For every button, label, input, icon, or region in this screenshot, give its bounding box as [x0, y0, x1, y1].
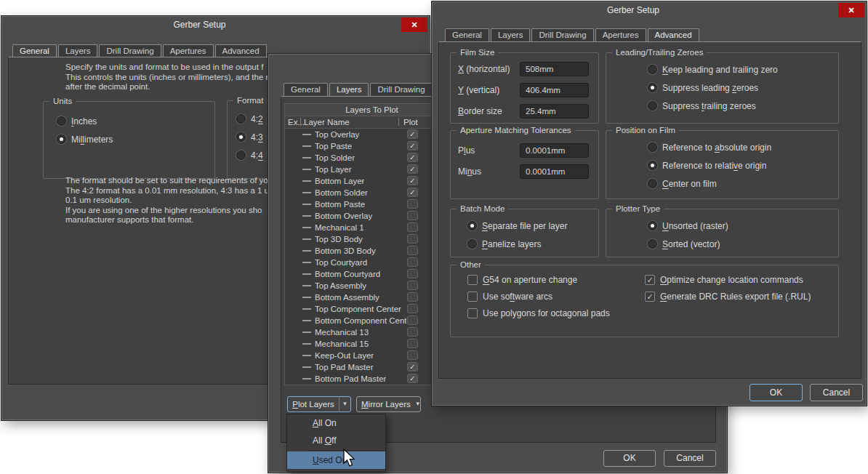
plot-checkbox[interactable] [407, 292, 418, 302]
radio-reference-to-relative-origin[interactable]: Reference to relative origin [648, 156, 838, 174]
ok-button[interactable]: OK [603, 450, 656, 467]
group-label: Aperture Matching Tolerances [457, 126, 575, 135]
checkbox-use-polygons-for-octagonal-pads[interactable]: Use polygons for octagonal pads [467, 305, 610, 321]
plot-checkbox[interactable]: ✓ [407, 374, 418, 383]
plot-checkbox[interactable] [407, 281, 418, 290]
plot-checkbox[interactable]: ✓ [407, 129, 418, 139]
cancel-button[interactable]: Cancel [810, 384, 863, 401]
radio-button-icon[interactable] [648, 101, 657, 111]
tab-general[interactable]: General [284, 83, 328, 96]
plot-checkbox[interactable]: ✓ [407, 188, 418, 197]
menu-item-all-on[interactable]: All On [287, 414, 385, 432]
tab-content-panel: Film Size X (horizontal)Y (vertical)Bord… [438, 41, 861, 379]
plot-checkbox[interactable] [407, 211, 418, 220]
radio-reference-to-absolute-origin[interactable]: Reference to absolute origin [648, 138, 838, 156]
tab-layers[interactable]: Layers [329, 83, 369, 97]
tab-layers[interactable]: Layers [491, 28, 531, 41]
plus-input[interactable] [520, 143, 589, 158]
ok-button[interactable]: OK [750, 384, 803, 401]
cancel-button[interactable]: Cancel [664, 450, 716, 467]
window-titlebar[interactable]: Gerber Setup ✕ [2, 17, 429, 33]
plot-checkbox[interactable] [407, 246, 418, 255]
tab-advanced[interactable]: Advanced [215, 44, 267, 57]
radio-millimeters[interactable]: Millimeters [57, 130, 214, 148]
checkbox-icon[interactable] [467, 275, 478, 285]
column-separator [300, 118, 301, 126]
border-size-input[interactable] [520, 104, 589, 118]
y-vertical-input[interactable] [520, 83, 589, 97]
plot-checkbox[interactable] [407, 199, 418, 209]
tab-drill-drawing[interactable]: Drill Drawing [531, 28, 593, 41]
plot-checkbox[interactable]: ✓ [407, 153, 418, 162]
tab-general[interactable]: General [445, 28, 489, 41]
tab-apertures[interactable]: Apertures [163, 44, 214, 57]
radio-button-icon[interactable] [648, 142, 657, 152]
radio-panelize-layers[interactable]: Panelize layers [467, 235, 598, 253]
plot-checkbox[interactable] [407, 222, 418, 232]
radio-button-icon[interactable] [467, 239, 477, 249]
radio-button-icon[interactable] [648, 161, 657, 170]
checkbox-icon[interactable]: ✓ [645, 275, 655, 285]
radio-button-icon[interactable] [467, 221, 477, 230]
tab-apertures[interactable]: Apertures [595, 28, 646, 41]
radio-unsorted-raster[interactable]: Unsorted (raster) [648, 217, 838, 235]
radio-center-on-film[interactable]: Center on film [648, 174, 838, 193]
radio-button-icon[interactable] [57, 116, 66, 126]
checkbox-icon[interactable] [467, 308, 478, 318]
tab-drill-drawing[interactable]: Drill Drawing [99, 44, 161, 57]
plot-checkbox[interactable] [407, 316, 418, 325]
radio-button-icon[interactable] [236, 132, 246, 142]
close-icon[interactable]: ✕ [401, 17, 427, 32]
radio-separate-file-per-layer[interactable]: Separate file per layer [467, 217, 598, 235]
radio-button-icon[interactable] [648, 83, 657, 92]
tab-layers[interactable]: Layers [58, 44, 98, 57]
radio-button-icon[interactable] [236, 150, 246, 160]
plot-checkbox[interactable]: ✓ [407, 176, 418, 185]
tab-advanced[interactable]: Advanced [648, 28, 699, 42]
plot-checkbox[interactable] [407, 234, 418, 244]
column-header-layer-name[interactable]: Layer Name [304, 117, 350, 127]
radio-button-icon[interactable] [648, 239, 657, 249]
column-header-plot[interactable]: Plot [403, 117, 418, 127]
column-header-ex[interactable]: Ex... [288, 117, 305, 127]
checkbox-g54-on-aperture-change[interactable]: G54 on aperture change [467, 271, 610, 288]
radio-suppress-leading-zeroes[interactable]: Suppress leading zeroes [648, 79, 838, 97]
radio-suppress-trailing-zeroes[interactable]: Suppress trailing zeroes [648, 97, 838, 115]
radio-button-icon[interactable] [236, 114, 246, 124]
plot-layers-button[interactable]: Plot Layers ▼ [287, 396, 351, 412]
x-horizontal-input[interactable] [520, 62, 589, 76]
plot-checkbox[interactable] [407, 339, 418, 348]
plot-checkbox[interactable] [407, 327, 418, 337]
checkbox-icon[interactable]: ✓ [645, 292, 655, 302]
plot-checkbox[interactable] [407, 350, 418, 360]
radio-sorted-vector[interactable]: Sorted (vector) [648, 235, 838, 253]
group-label: Format [233, 96, 267, 105]
checkbox-icon[interactable] [467, 292, 478, 302]
aperture-matching-tolerances-group: Aperture Matching Tolerances PlusMinus [450, 130, 599, 199]
close-icon[interactable]: ✕ [838, 3, 864, 17]
radio-button-icon[interactable] [57, 134, 66, 144]
radio-button-icon[interactable] [648, 65, 657, 74]
minus-input[interactable] [520, 164, 589, 179]
menu-item-used-on[interactable]: Used On [287, 451, 385, 469]
plot-checkbox[interactable]: ✓ [407, 164, 418, 174]
mirror-layers-button[interactable]: Mirror Layers ▼ [356, 396, 421, 412]
checkbox-optimize-change-location-commands[interactable]: ✓Optimize change location commands [645, 271, 811, 288]
plot-checkbox[interactable] [407, 269, 418, 278]
radio-button-icon[interactable] [648, 221, 657, 230]
window-titlebar[interactable]: Gerber Setup ✕ [433, 2, 866, 18]
plot-checkbox[interactable]: ✓ [407, 362, 418, 371]
radio-keep-leading-and-trailing-zero[interactable]: Keep leading and trailing zero [648, 60, 838, 79]
chevron-down-icon[interactable]: ▼ [339, 397, 350, 411]
menu-item-all-off[interactable]: All Off [287, 432, 385, 449]
checkbox-generate-drc-rules-export-file-rul[interactable]: ✓Generate DRC Rules export file (.RUL) [645, 288, 811, 305]
plot-checkbox[interactable]: ✓ [407, 141, 418, 150]
checkbox-use-software-arcs[interactable]: Use software arcs [467, 288, 610, 305]
tab-drill-drawing[interactable]: Drill Drawing [370, 83, 432, 96]
plot-checkbox[interactable] [407, 257, 418, 267]
chevron-down-icon[interactable]: ▼ [415, 397, 421, 411]
layer-line-icon [302, 355, 311, 356]
plot-checkbox[interactable] [407, 304, 418, 313]
radio-inches[interactable]: Inches [57, 112, 214, 130]
radio-button-icon[interactable] [648, 179, 657, 188]
